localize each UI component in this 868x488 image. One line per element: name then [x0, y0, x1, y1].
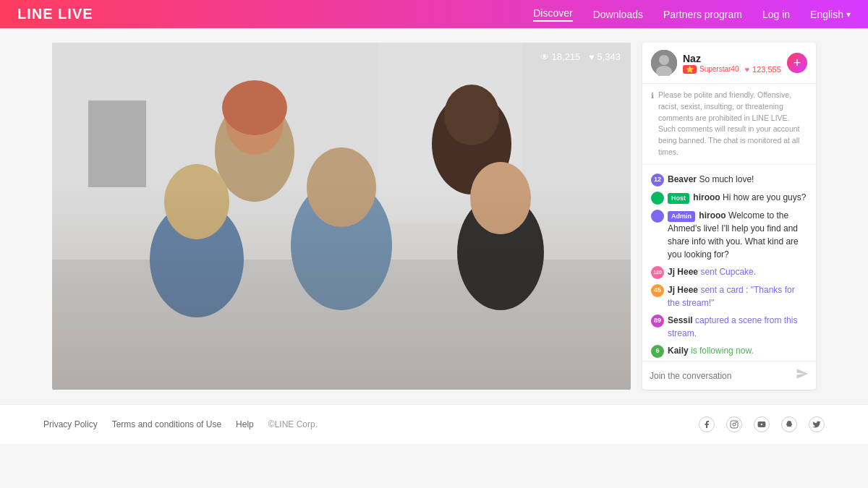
nav-language[interactable]: English	[810, 9, 851, 20]
nav-downloads[interactable]: Downloads	[593, 9, 643, 20]
heart-icon: ♥	[589, 52, 594, 62]
send-button[interactable]	[796, 367, 809, 384]
message-content: Host hirooo Hi how are you guys?	[668, 191, 807, 205]
streamer-header: Naz ⭐ Superstar40 ♥ 123,555 +	[642, 43, 816, 84]
help-link[interactable]: Help	[236, 419, 254, 429]
privacy-link[interactable]: Privacy Policy	[43, 419, 98, 429]
list-item: 12 Beaver So much love!	[642, 171, 816, 189]
list-item: 89 Sessil captured a scene from this str…	[642, 312, 816, 342]
footer: Privacy Policy Terms and conditions of U…	[0, 404, 868, 444]
video-stats: 👁 18,215 ♥ 5,343	[540, 51, 621, 62]
message-content: Sessil captured a scene from this stream…	[668, 314, 807, 340]
nav-discover[interactable]: Discover	[533, 7, 572, 22]
follow-button[interactable]: +	[787, 53, 807, 73]
user-badge	[651, 192, 664, 205]
svg-point-21	[736, 422, 736, 423]
superstar-label: Superstar40	[699, 65, 739, 73]
svg-rect-15	[52, 43, 631, 390]
list-item: 6 Kaily is following now.	[642, 342, 816, 360]
svg-point-20	[733, 423, 736, 426]
message-content: Beaver So much love!	[668, 173, 807, 186]
user-badge: 89	[651, 314, 664, 328]
chat-input-area	[642, 361, 816, 390]
superstar-badge: ⭐	[683, 65, 697, 74]
nav-login[interactable]: Log in	[762, 9, 790, 20]
chat-messages: 12 Beaver So much love! Host hirooo Hi h…	[642, 165, 816, 361]
svg-point-11	[150, 202, 244, 317]
instagram-icon[interactable]	[726, 416, 742, 432]
message-content: Admin hirooo Welcome to the Ahmed's live…	[668, 209, 807, 262]
streamer-info: Naz ⭐ Superstar40 ♥ 123,555	[683, 53, 781, 74]
header: LINE LIVE Discover Downloads Partners pr…	[0, 0, 868, 28]
nav-partners[interactable]: Partners program	[663, 9, 742, 20]
svg-point-13	[457, 194, 544, 310]
main-content: 👁 18,215 ♥ 5,343 Naz ⭐	[0, 28, 868, 404]
info-icon: ℹ	[651, 90, 654, 158]
copyright: ©LINE Corp.	[268, 419, 318, 429]
video-player[interactable]: 👁 18,215 ♥ 5,343	[52, 43, 631, 390]
chat-input[interactable]	[650, 371, 790, 381]
footer-links: Privacy Policy Terms and conditions of U…	[43, 419, 318, 429]
user-badge	[651, 210, 664, 223]
list-item: 120 Jj Heee sent Cupcake.	[642, 263, 816, 281]
snapchat-icon[interactable]	[781, 416, 797, 432]
streamer-avatar	[651, 50, 677, 76]
list-item: Host hirooo Hi how are you guys?	[642, 189, 816, 207]
terms-link[interactable]: Terms and conditions of Use	[112, 419, 221, 429]
twitter-icon[interactable]	[809, 416, 825, 432]
video-thumbnail	[52, 43, 631, 390]
youtube-icon[interactable]	[754, 416, 770, 432]
message-content: Jj Heee sent Cupcake.	[668, 265, 807, 278]
heart-count: ♥ 5,343	[589, 51, 621, 62]
host-badge: Host	[668, 193, 689, 205]
streamer-meta: ⭐ Superstar40 ♥ 123,555	[683, 65, 781, 74]
streamer-name: Naz	[683, 53, 781, 64]
video-svg	[52, 43, 631, 390]
eye-icon: 👁	[540, 52, 549, 62]
nav: Discover Downloads Partners program Log …	[533, 7, 851, 22]
info-message: ℹ Please be polite and friendly. Offensi…	[642, 84, 816, 165]
heart-icon-small: ♥	[744, 65, 749, 74]
list-item: Admin hirooo Welcome to the Ahmed's live…	[642, 207, 816, 264]
facebook-icon[interactable]	[699, 416, 715, 432]
user-badge: 120	[651, 266, 664, 279]
svg-point-9	[291, 180, 392, 310]
admin-badge: Admin	[668, 211, 695, 223]
svg-point-17	[659, 55, 669, 65]
user-badge: 6	[651, 345, 664, 358]
svg-rect-19	[731, 421, 738, 428]
chat-panel: Naz ⭐ Superstar40 ♥ 123,555 + ℹ Please b…	[642, 43, 816, 390]
send-icon	[796, 367, 809, 380]
list-item: 45 Jj Heee sent a card : "Thanks for the…	[642, 281, 816, 312]
message-content: Jj Heee sent a card : "Thanks for the st…	[668, 283, 807, 309]
user-badge: 45	[651, 284, 664, 297]
user-badge: 12	[651, 174, 664, 187]
info-text: Please be polite and friendly. Offensive…	[658, 90, 807, 158]
message-content: Kaily is following now.	[668, 344, 807, 357]
view-count: 👁 18,215	[540, 51, 581, 62]
streamer-hearts: 123,555	[752, 65, 781, 74]
logo: LINE LIVE	[17, 6, 93, 22]
social-links	[699, 416, 825, 432]
